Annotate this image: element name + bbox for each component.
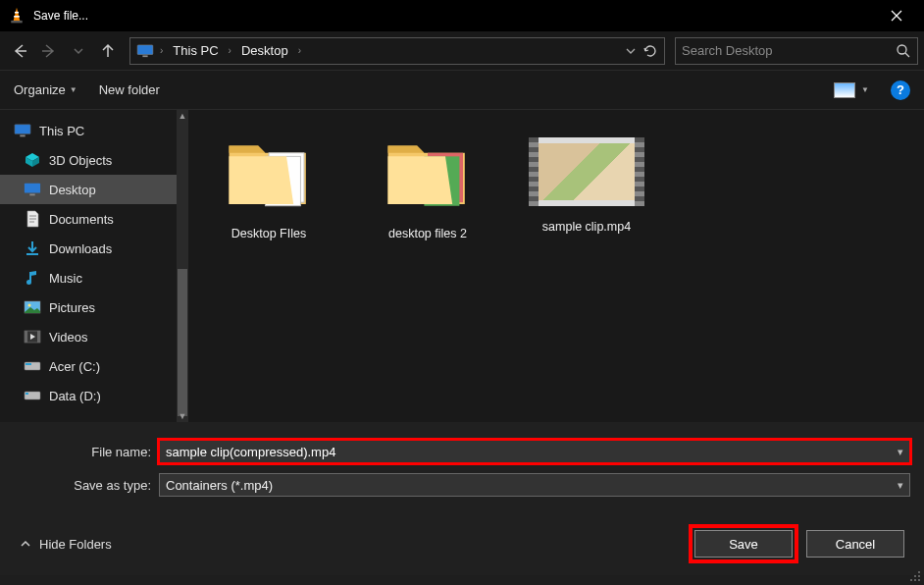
video-tile[interactable]: sample clip.mp4 — [528, 126, 645, 235]
svg-rect-0 — [15, 12, 19, 14]
chevron-up-icon — [20, 538, 31, 550]
chevron-down-icon[interactable] — [625, 45, 637, 57]
filename-label: File name: — [14, 445, 159, 459]
file-label: Desktop FIles — [210, 227, 328, 241]
filename-input[interactable] — [166, 445, 892, 459]
svg-point-5 — [898, 45, 906, 54]
toolbar: Organize ▼ New folder ▼ ? — [0, 71, 924, 110]
svg-point-25 — [918, 571, 920, 573]
svg-rect-10 — [26, 253, 38, 255]
svg-rect-9 — [29, 194, 34, 196]
close-button[interactable] — [877, 0, 916, 31]
sidebar-root-this-pc[interactable]: This PC — [0, 116, 179, 145]
3d-objects-icon — [24, 152, 41, 168]
chevron-down-icon: ▼ — [861, 85, 869, 94]
nav-forward-button[interactable] — [35, 37, 63, 65]
search-input[interactable] — [682, 43, 896, 58]
savetype-field[interactable]: Containers (*.mp4) ▾ — [159, 473, 910, 497]
sidebar-item-3d-objects[interactable]: 3D Objects — [0, 145, 179, 175]
file-label: sample clip.mp4 — [528, 220, 645, 235]
sidebar-item-music[interactable]: Music — [0, 263, 179, 292]
chevron-down-icon — [73, 45, 84, 57]
scroll-up-icon[interactable]: ▲ — [177, 110, 188, 122]
file-list: Desktop FIles desktop files 2 sample cli… — [188, 110, 924, 422]
organize-menu[interactable]: Organize ▼ — [14, 82, 77, 97]
chevron-right-icon: › — [158, 45, 165, 56]
sidebar-item-videos[interactable]: Videos — [0, 322, 179, 351]
nav-back-button[interactable] — [6, 37, 33, 65]
music-icon — [24, 270, 41, 286]
title-bar: Save file... — [0, 0, 924, 31]
chevron-down-icon: ▼ — [70, 85, 77, 94]
this-pc-icon — [136, 44, 154, 58]
sidebar-item-data-d[interactable]: Data (D:) — [0, 381, 179, 410]
savetype-label: Save as type: — [14, 478, 159, 493]
folder-tile[interactable]: desktop files 2 — [369, 126, 487, 241]
sidebar-root-label: This PC — [39, 124, 84, 138]
window-title: Save file... — [33, 9, 877, 23]
svg-rect-4 — [142, 55, 147, 57]
hide-folders-button[interactable]: Hide Folders — [20, 537, 112, 552]
filename-field[interactable]: ▾ — [159, 440, 910, 463]
svg-rect-18 — [26, 363, 31, 365]
desktop-icon — [24, 182, 41, 197]
save-form: File name: ▾ Save as type: Containers (*… — [0, 422, 924, 512]
sidebar-item-label: Music — [49, 271, 82, 286]
svg-rect-3 — [137, 44, 153, 54]
organize-label: Organize — [14, 82, 66, 97]
picture-icon — [834, 82, 855, 98]
breadcrumb-desktop[interactable]: Desktop — [237, 41, 292, 60]
sidebar-scrollbar[interactable]: ▲ ▼ — [177, 110, 188, 422]
svg-point-29 — [914, 579, 916, 581]
address-bar[interactable]: › This PC › Desktop › — [129, 37, 665, 65]
drive-icon — [24, 358, 41, 374]
folder-tile[interactable]: Desktop FIles — [210, 126, 328, 241]
svg-point-13 — [28, 304, 31, 307]
sidebar-item-label: 3D Objects — [49, 153, 112, 168]
sidebar-item-label: Desktop — [49, 183, 96, 197]
sidebar-item-acer-c[interactable]: Acer (C:) — [0, 351, 179, 381]
chevron-right-icon: › — [296, 45, 303, 56]
sidebar-item-label: Downloads — [49, 241, 112, 256]
this-pc-icon — [14, 123, 31, 138]
folder-icon — [225, 133, 313, 212]
breadcrumb-this-pc[interactable]: This PC — [169, 41, 222, 60]
svg-point-27 — [918, 575, 920, 577]
svg-point-28 — [910, 579, 912, 581]
sidebar-item-label: Pictures — [49, 300, 95, 315]
arrow-right-icon — [39, 41, 59, 61]
sidebar-item-documents[interactable]: Documents — [0, 204, 179, 234]
drive-icon — [24, 388, 41, 403]
help-button[interactable]: ? — [891, 80, 910, 100]
view-mode-button[interactable]: ▼ — [834, 82, 869, 98]
sidebar: This PC 3D Objects Desktop Documents Dow… — [0, 110, 188, 422]
video-thumbnail-icon — [529, 137, 644, 206]
chevron-down-icon[interactable]: ▾ — [892, 479, 903, 492]
nav-recent-button[interactable] — [65, 37, 92, 65]
search-icon[interactable] — [896, 43, 911, 59]
nav-up-button[interactable] — [94, 37, 122, 65]
close-icon — [891, 10, 902, 22]
sidebar-item-downloads[interactable]: Downloads — [0, 234, 179, 263]
new-folder-button[interactable]: New folder — [99, 82, 160, 97]
svg-rect-15 — [25, 331, 27, 343]
save-button[interactable]: Save — [694, 530, 793, 558]
sidebar-item-pictures[interactable]: Pictures — [0, 292, 179, 322]
scroll-thumb[interactable] — [178, 269, 187, 416]
hide-folders-label: Hide Folders — [39, 537, 112, 552]
vlc-icon — [8, 7, 26, 25]
svg-point-26 — [914, 575, 916, 577]
videos-icon — [24, 329, 41, 345]
search-box[interactable] — [675, 37, 918, 65]
svg-rect-1 — [14, 16, 20, 18]
refresh-icon[interactable] — [642, 43, 658, 59]
scroll-down-icon[interactable]: ▼ — [177, 410, 188, 422]
chevron-down-icon[interactable]: ▾ — [892, 446, 903, 458]
folder-icon — [384, 133, 472, 212]
resize-grip-icon[interactable] — [909, 570, 921, 582]
svg-rect-20 — [26, 393, 28, 395]
svg-rect-7 — [20, 135, 25, 137]
sidebar-item-desktop[interactable]: Desktop — [0, 175, 179, 204]
cancel-button[interactable]: Cancel — [806, 530, 904, 558]
savetype-value: Containers (*.mp4) — [166, 478, 892, 493]
